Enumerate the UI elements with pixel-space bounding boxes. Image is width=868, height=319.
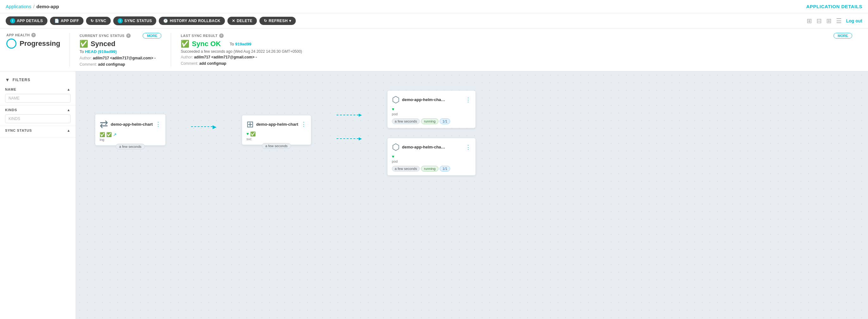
- pod1-time-tag: a few seconds: [392, 118, 420, 124]
- synced-text: Synced: [90, 40, 115, 48]
- toolbar-buttons: i APP DETAILS 📄 APP DIFF ↻ SYNC i SYNC S…: [6, 16, 296, 25]
- svc-node[interactable]: ⊞ demo-app-helm-chart ⋮ ♥ ✅ svc: [242, 115, 311, 145]
- logout-button[interactable]: Log out: [846, 18, 862, 23]
- app-health-label: APP HEALTH ?: [6, 33, 60, 37]
- pod1-heart-icon: ♥: [392, 107, 395, 111]
- delete-icon: ✕: [232, 19, 235, 23]
- info-icon: i: [10, 18, 15, 23]
- svc-check-icon: ✅: [250, 131, 256, 136]
- svc-heart-icon: ♥: [246, 131, 249, 136]
- ing-node-name: demo-app-helm-chart: [111, 122, 153, 127]
- health-circle-icon: [6, 39, 17, 49]
- breadcrumb: Applications / demo-app: [6, 4, 59, 9]
- last-sync-more-button[interactable]: MORE: [834, 33, 852, 39]
- history-rollback-button[interactable]: 🕐 HISTORY AND ROLLBACK: [159, 17, 225, 25]
- info-icon-2: i: [118, 18, 123, 23]
- ing-external-link-icon[interactable]: ↗: [113, 132, 117, 137]
- breadcrumb-separator: /: [33, 4, 34, 9]
- last-sync-target-link[interactable]: 919ad99: [235, 42, 251, 46]
- ing-node-time: a few seconds: [116, 144, 145, 149]
- pod1-name: demo-app-helm-chart-dbc485c...: [402, 97, 446, 102]
- pod2-node[interactable]: ⬡ demo-app-helm-chart-dbc485c... ⋮ ♥ pod…: [387, 138, 476, 176]
- last-sync-succeeded: Succeeded a few seconds ago (Wed Aug 24 …: [181, 49, 852, 54]
- pod1-icon: ⬡: [392, 95, 400, 105]
- list-view-icon[interactable]: ☰: [836, 17, 842, 25]
- network-view-icon[interactable]: ⊞: [826, 17, 832, 25]
- app-health-status: Progressing: [6, 39, 60, 49]
- app-details-title: APPLICATION DETAILS: [806, 4, 862, 9]
- pod2-type: pod: [392, 160, 471, 163]
- sync-check-icon: ✅: [80, 40, 88, 48]
- svc-node-menu-icon[interactable]: ⋮: [301, 121, 307, 128]
- current-sync-section: CURRENT SYNC STATUS ? MORE ✅ Synced To H…: [70, 33, 171, 67]
- pod2-running-tag: running: [421, 166, 438, 172]
- current-sync-meta: Author: adilm717 <adilm717@gmail.com> -: [80, 56, 161, 60]
- sidebar: ▼ FILTERS NAME ▲ KINDS ▲ SYNC STATUS ▲: [0, 71, 76, 319]
- name-collapse-icon: ▲: [67, 87, 70, 91]
- graph-canvas[interactable]: ⇄ demo-app-helm-chart ⋮ ✅ ✅ ↗ ing a few …: [76, 71, 868, 319]
- sync-status-button[interactable]: i SYNC STATUS: [113, 16, 156, 25]
- sync-button[interactable]: ↻ SYNC: [86, 17, 111, 25]
- last-sync-author: Author: adilm717 <adilm717@gmail.com> -: [181, 55, 852, 59]
- sync-ok-text: Sync OK: [192, 40, 221, 48]
- svc-node-name: demo-app-helm-chart: [256, 122, 298, 127]
- kinds-filter-header[interactable]: KINDS ▲: [5, 108, 70, 112]
- pod2-tags: a few seconds running 1/1: [392, 166, 471, 172]
- pod1-menu-icon[interactable]: ⋮: [465, 96, 471, 103]
- refresh-icon: ↻: [264, 19, 267, 23]
- current-sync-label: CURRENT SYNC STATUS ? MORE: [80, 33, 161, 39]
- sync-status-filter-section: SYNC STATUS ▲: [0, 126, 75, 138]
- pod1-node[interactable]: ⬡ demo-app-helm-chart-dbc485c... ⋮ ♥ pod…: [387, 90, 476, 128]
- pod1-type: pod: [392, 112, 471, 116]
- current-sync-info-icon: ?: [126, 33, 131, 38]
- last-sync-comment: Comment: add configmap: [181, 61, 852, 66]
- ing-status-check-2: ✅: [106, 132, 112, 137]
- sync-to-label: To 919ad99: [230, 42, 251, 46]
- current-sync-more-button[interactable]: MORE: [143, 33, 161, 39]
- dropdown-chevron-icon: ▾: [289, 19, 291, 23]
- last-sync-info-icon: ?: [219, 33, 224, 38]
- app-health-section: APP HEALTH ? Progressing: [6, 33, 70, 67]
- svc-node-info: demo-app-helm-chart: [256, 122, 298, 127]
- sync-target-link[interactable]: HEAD (919ad99): [85, 49, 117, 54]
- kinds-collapse-icon: ▲: [67, 108, 70, 112]
- pod2-menu-icon[interactable]: ⋮: [465, 144, 471, 151]
- pod2-time-tag: a few seconds: [392, 166, 420, 172]
- ing-node-type: ing: [100, 138, 161, 141]
- top-bar: Applications / demo-app APPLICATION DETA…: [0, 0, 868, 13]
- pod1-count-tag: 1/1: [440, 118, 450, 124]
- svc-node-type: svc: [246, 137, 307, 141]
- pod1-tags: a few seconds running 1/1: [392, 118, 471, 124]
- doc-icon: 📄: [54, 19, 59, 23]
- health-value: Progressing: [20, 39, 60, 48]
- refresh-button[interactable]: ↻ REFRESH ▾: [259, 17, 296, 25]
- ing-node[interactable]: ⇄ demo-app-helm-chart ⋮ ✅ ✅ ↗ ing: [95, 114, 166, 146]
- app-details-button[interactable]: i APP DETAILS: [6, 16, 48, 25]
- name-filter-input[interactable]: [5, 94, 70, 103]
- filters-header: ▼ FILTERS: [0, 75, 75, 85]
- ing-node-icon: ⇄: [100, 118, 108, 130]
- sync-status-filter-header[interactable]: SYNC STATUS ▲: [5, 129, 70, 132]
- history-icon: 🕐: [163, 19, 168, 23]
- grid-view-icon[interactable]: ⊟: [816, 17, 822, 25]
- current-sync-comment: Comment: add configmap: [80, 62, 161, 67]
- svc-node-wrapper: ⊞ demo-app-helm-chart ⋮ ♥ ✅ svc a few se…: [242, 115, 311, 145]
- sync-status-collapse-icon: ▲: [67, 129, 70, 132]
- pod2-info: demo-app-helm-chart-dbc485c...: [402, 145, 463, 149]
- arrow-1: ▶: [191, 124, 216, 130]
- app-diff-button[interactable]: 📄 APP DIFF: [50, 17, 84, 25]
- ing-node-menu-icon[interactable]: ⋮: [155, 121, 161, 128]
- breadcrumb-applications[interactable]: Applications: [6, 4, 31, 9]
- filter-icon: ▼: [5, 77, 10, 82]
- name-filter-header[interactable]: NAME ▲: [5, 87, 70, 91]
- sync-ok-icon: ✅: [181, 40, 189, 48]
- pod-nodes: ⬡ demo-app-helm-chart-dbc485c... ⋮ ♥ pod…: [387, 90, 476, 176]
- toolbar-right: ⊞ ⊟ ⊞ ☰ Log out: [807, 17, 862, 25]
- tree-view-icon[interactable]: ⊞: [807, 17, 812, 25]
- ing-status-check-1: ✅: [100, 132, 105, 137]
- svc-node-time: a few seconds: [262, 143, 291, 149]
- delete-button[interactable]: ✕ DELETE: [227, 17, 257, 25]
- pod2-icon: ⬡: [392, 142, 400, 152]
- kinds-filter-input[interactable]: [5, 114, 70, 123]
- sync-to-head: To HEAD (919ad99): [80, 49, 161, 54]
